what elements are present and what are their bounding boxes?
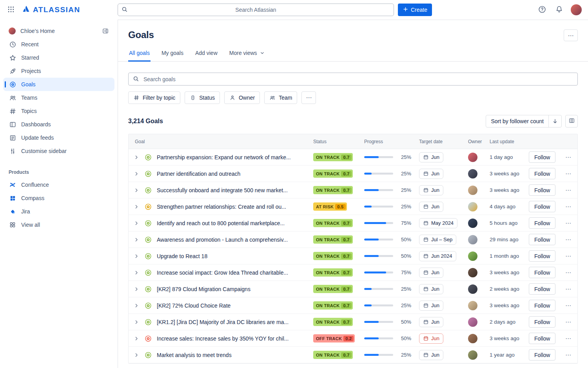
- goal-row[interactable]: Partner identification and outreachON TR…: [129, 166, 577, 182]
- filter-owner-button[interactable]: Owner: [224, 91, 260, 104]
- expand-row-icon[interactable]: [133, 270, 140, 276]
- follow-button[interactable]: Follow: [529, 234, 555, 245]
- more-filters-button[interactable]: ⋯: [301, 91, 316, 104]
- filter-by-topic-button[interactable]: Filter by topic: [128, 91, 180, 104]
- tab-more-views[interactable]: More views: [229, 47, 266, 62]
- row-more-button[interactable]: ⋯: [565, 352, 572, 359]
- goal-row[interactable]: [KR1.2] [Jira DC] Majority of Jira DC li…: [129, 314, 577, 330]
- app-switcher-button[interactable]: [5, 4, 16, 15]
- follow-button[interactable]: Follow: [529, 168, 555, 179]
- row-more-button[interactable]: ⋯: [565, 203, 572, 210]
- goal-row[interactable]: Increase sales: Increase sales by 350% Y…: [129, 330, 577, 347]
- row-more-button[interactable]: ⋯: [565, 335, 572, 342]
- sidebar-item-teams[interactable]: Teams: [3, 91, 114, 104]
- notifications-button[interactable]: [554, 5, 564, 15]
- goal-row[interactable]: Increase social impact: Grow Idea Thread…: [129, 264, 577, 281]
- owner-avatar[interactable]: [468, 153, 477, 162]
- help-button[interactable]: [537, 5, 547, 15]
- owner-avatar[interactable]: [468, 268, 477, 277]
- follow-button[interactable]: Follow: [529, 201, 555, 212]
- sidebar-item-recent[interactable]: Recent: [3, 38, 114, 51]
- owner-avatar[interactable]: [468, 350, 477, 360]
- goal-row[interactable]: [KR2] 72% Cloud Choice RateON TRACK0.725…: [129, 297, 577, 314]
- goal-row[interactable]: Partnership expansion: Expand our networ…: [129, 149, 577, 166]
- sidebar-item-home[interactable]: Chloe’s Home: [3, 24, 114, 38]
- owner-avatar[interactable]: [468, 334, 477, 343]
- goal-row[interactable]: Identify and reach out to 800 potential …: [129, 215, 577, 231]
- owner-avatar[interactable]: [468, 317, 477, 327]
- follow-button[interactable]: Follow: [529, 151, 555, 163]
- sidebar-item-projects[interactable]: Projects: [3, 64, 114, 78]
- goal-name[interactable]: Market analysis to meet trends: [157, 352, 237, 358]
- tab-my-goals[interactable]: My goals: [161, 47, 184, 62]
- filter-team-button[interactable]: Team: [264, 91, 297, 104]
- owner-avatar[interactable]: [468, 169, 477, 179]
- row-more-button[interactable]: ⋯: [565, 154, 572, 161]
- expand-row-icon[interactable]: [133, 335, 140, 342]
- row-more-button[interactable]: ⋯: [565, 253, 572, 260]
- sort-direction-button[interactable]: [548, 115, 561, 127]
- expand-row-icon[interactable]: [133, 154, 140, 160]
- global-search-input[interactable]: [118, 4, 394, 16]
- expand-row-icon[interactable]: [133, 319, 140, 325]
- owner-avatar[interactable]: [468, 219, 477, 228]
- create-button[interactable]: Create: [398, 4, 432, 16]
- goal-name[interactable]: Identify and reach out to 800 potential …: [157, 220, 290, 226]
- sidebar-item-topics[interactable]: Topics: [3, 104, 114, 118]
- sidebar-item-customise[interactable]: Customise sidebar: [3, 144, 114, 158]
- goal-name[interactable]: Upgrade to React 18: [157, 253, 213, 259]
- profile-avatar[interactable]: [571, 4, 582, 15]
- owner-avatar[interactable]: [468, 251, 477, 261]
- columns-button[interactable]: [565, 115, 578, 128]
- goals-search-input[interactable]: [128, 73, 578, 86]
- owner-avatar[interactable]: [468, 186, 477, 195]
- sidebar-item-starred[interactable]: Starred: [3, 51, 114, 64]
- goal-row[interactable]: Strengthen partner relationships: Create…: [129, 199, 577, 215]
- owner-avatar[interactable]: [468, 235, 477, 244]
- expand-row-icon[interactable]: [133, 286, 140, 292]
- follow-button[interactable]: Follow: [529, 184, 555, 196]
- atlassian-logo[interactable]: ATLASSIAN: [22, 5, 80, 15]
- follow-button[interactable]: Follow: [529, 267, 555, 278]
- follow-button[interactable]: Follow: [529, 349, 555, 361]
- goal-name[interactable]: Awareness and promotion - Launch a compr…: [157, 237, 293, 243]
- expand-row-icon[interactable]: [133, 220, 140, 226]
- row-more-button[interactable]: ⋯: [565, 236, 572, 243]
- sidebar-item-confluence[interactable]: Confluence: [3, 178, 114, 191]
- row-more-button[interactable]: ⋯: [565, 302, 572, 309]
- follow-button[interactable]: Follow: [529, 250, 555, 262]
- row-more-button[interactable]: ⋯: [565, 269, 572, 276]
- goal-row[interactable]: Market analysis to meet trendsON TRACK0.…: [129, 347, 577, 363]
- filter-status-button[interactable]: Status: [185, 91, 220, 104]
- sidebar-item-compass[interactable]: Compass: [3, 191, 114, 205]
- follow-button[interactable]: Follow: [529, 300, 555, 311]
- expand-row-icon[interactable]: [133, 204, 140, 210]
- sidebar-item-jira[interactable]: Jira: [3, 205, 114, 218]
- expand-row-icon[interactable]: [133, 237, 140, 243]
- goal-name[interactable]: [KR2] 879 Cloud Migration Campaigns: [157, 286, 256, 292]
- goal-row[interactable]: Successfully onboard and integrate 500 n…: [129, 182, 577, 199]
- row-more-button[interactable]: ⋯: [565, 187, 572, 194]
- expand-row-icon[interactable]: [133, 171, 140, 177]
- expand-row-icon[interactable]: [133, 302, 140, 309]
- follow-button[interactable]: Follow: [529, 333, 555, 344]
- goal-name[interactable]: Increase social impact: Grow Idea Thread…: [157, 270, 294, 276]
- goal-name[interactable]: Partner identification and outreach: [157, 171, 246, 177]
- sidebar-item-goals[interactable]: Goals: [3, 78, 114, 91]
- follow-button[interactable]: Follow: [529, 283, 555, 295]
- owner-avatar[interactable]: [468, 202, 477, 211]
- follow-button[interactable]: Follow: [529, 316, 555, 328]
- expand-row-icon[interactable]: [133, 253, 140, 259]
- sidebar-item-update-feeds[interactable]: Update feeds: [3, 131, 114, 144]
- goal-row[interactable]: Awareness and promotion - Launch a compr…: [129, 231, 577, 248]
- goal-name[interactable]: Strengthen partner relationships: Create…: [157, 204, 292, 210]
- row-more-button[interactable]: ⋯: [565, 220, 572, 227]
- owner-avatar[interactable]: [468, 301, 477, 310]
- goal-name[interactable]: Increase sales: Increase sales by 350% Y…: [157, 335, 294, 342]
- row-more-button[interactable]: ⋯: [565, 286, 572, 293]
- expand-row-icon[interactable]: [133, 187, 140, 193]
- goal-row[interactable]: Upgrade to React 18ON TRACK0.750%Jun 202…: [129, 248, 577, 264]
- page-more-button[interactable]: ⋯: [564, 29, 578, 41]
- follow-button[interactable]: Follow: [529, 217, 555, 229]
- tab-all-goals[interactable]: All goals: [128, 47, 151, 62]
